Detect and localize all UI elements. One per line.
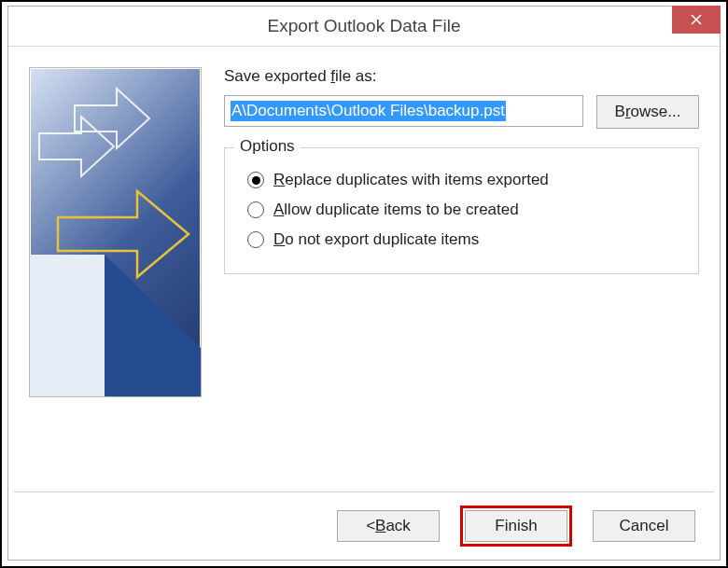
main-column: Save exported file as: A\Documents\Outlo… — [224, 67, 699, 274]
dialog-footer: < Back Finish Cancel — [8, 492, 720, 560]
wizard-graphic — [29, 67, 202, 397]
radio-allow-duplicates[interactable]: Allow duplicate items to be created — [247, 201, 683, 219]
radio-icon — [247, 172, 264, 188]
cancel-button[interactable]: Cancel — [593, 510, 695, 542]
cancel-label: Cancel — [620, 517, 669, 535]
back-button[interactable]: < Back — [337, 510, 440, 542]
svg-marker-3 — [105, 255, 201, 396]
titlebar: Export Outlook Data File — [8, 7, 720, 47]
back-arrow-label: < — [366, 517, 375, 535]
close-icon — [690, 13, 703, 26]
finish-highlight: Finish — [460, 506, 572, 547]
finish-button[interactable]: Finish — [465, 510, 567, 542]
dialog-body: Save exported file as: A\Documents\Outlo… — [8, 47, 720, 492]
back-post: ack — [385, 517, 410, 535]
file-path-input[interactable]: A\Documents\Outlook Files\backup.pst — [224, 95, 583, 127]
outer-frame: Export Outlook Data File — [0, 0, 728, 568]
browse-button[interactable]: Browse... — [596, 95, 699, 129]
finish-label: Finish — [495, 517, 537, 535]
radio-label: Do not export duplicate items — [273, 230, 479, 249]
radio-icon — [247, 201, 264, 218]
svg-marker-2 — [30, 255, 105, 396]
browse-post: owse... — [631, 103, 681, 121]
export-dialog: Export Outlook Data File — [7, 6, 721, 561]
radio-replace-duplicates[interactable]: Replace duplicates with items exported — [247, 171, 683, 189]
options-title: Options — [234, 137, 301, 156]
back-mn: B — [375, 517, 385, 535]
dialog-title: Export Outlook Data File — [8, 16, 720, 36]
close-button[interactable] — [672, 6, 721, 34]
save-as-label-post: ile as: — [335, 67, 376, 85]
radio-do-not-export-duplicates[interactable]: Do not export duplicate items — [247, 230, 683, 249]
save-as-label: Save exported file as: — [224, 67, 699, 86]
radio-label: Replace duplicates with items exported — [273, 171, 549, 189]
save-as-label-pre: Save exported — [224, 67, 330, 85]
options-groupbox: Options Replace duplicates with items ex… — [224, 147, 699, 274]
content-row: Save exported file as: A\Documents\Outlo… — [29, 67, 699, 397]
browse-pre: B — [615, 103, 625, 121]
radio-icon — [247, 231, 264, 248]
radio-label: Allow duplicate items to be created — [273, 201, 519, 219]
file-path-value: A\Documents\Outlook Files\backup.pst — [231, 101, 506, 121]
file-row: A\Documents\Outlook Files\backup.pst Bro… — [224, 95, 699, 129]
